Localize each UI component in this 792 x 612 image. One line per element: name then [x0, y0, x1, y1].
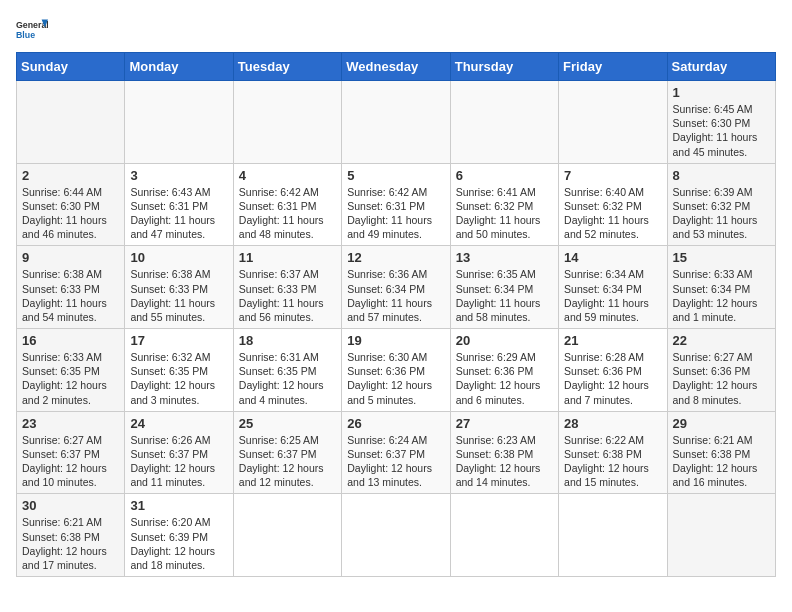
calendar-cell: [125, 81, 233, 164]
weekday-header-thursday: Thursday: [450, 53, 558, 81]
calendar-cell: 30Sunrise: 6:21 AMSunset: 6:38 PMDayligh…: [17, 494, 125, 577]
cell-content: Sunrise: 6:41 AMSunset: 6:32 PMDaylight:…: [456, 185, 553, 242]
calendar-week-6: 30Sunrise: 6:21 AMSunset: 6:38 PMDayligh…: [17, 494, 776, 577]
cell-content: Sunrise: 6:30 AMSunset: 6:36 PMDaylight:…: [347, 350, 444, 407]
calendar-cell: 17Sunrise: 6:32 AMSunset: 6:35 PMDayligh…: [125, 329, 233, 412]
calendar-cell: [559, 494, 667, 577]
day-number: 23: [22, 416, 119, 431]
calendar-cell: 12Sunrise: 6:36 AMSunset: 6:34 PMDayligh…: [342, 246, 450, 329]
day-number: 18: [239, 333, 336, 348]
svg-text:Blue: Blue: [16, 30, 35, 40]
cell-content: Sunrise: 6:36 AMSunset: 6:34 PMDaylight:…: [347, 267, 444, 324]
weekday-header-saturday: Saturday: [667, 53, 775, 81]
calendar-week-3: 9Sunrise: 6:38 AMSunset: 6:33 PMDaylight…: [17, 246, 776, 329]
calendar-cell: 20Sunrise: 6:29 AMSunset: 6:36 PMDayligh…: [450, 329, 558, 412]
day-number: 11: [239, 250, 336, 265]
day-number: 12: [347, 250, 444, 265]
day-number: 10: [130, 250, 227, 265]
calendar-cell: 14Sunrise: 6:34 AMSunset: 6:34 PMDayligh…: [559, 246, 667, 329]
cell-content: Sunrise: 6:27 AMSunset: 6:36 PMDaylight:…: [673, 350, 770, 407]
cell-content: Sunrise: 6:32 AMSunset: 6:35 PMDaylight:…: [130, 350, 227, 407]
page-header: General Blue: [16, 16, 776, 44]
calendar-cell: 29Sunrise: 6:21 AMSunset: 6:38 PMDayligh…: [667, 411, 775, 494]
calendar-cell: 7Sunrise: 6:40 AMSunset: 6:32 PMDaylight…: [559, 163, 667, 246]
day-number: 27: [456, 416, 553, 431]
calendar-table: SundayMondayTuesdayWednesdayThursdayFrid…: [16, 52, 776, 577]
calendar-cell: 8Sunrise: 6:39 AMSunset: 6:32 PMDaylight…: [667, 163, 775, 246]
day-number: 26: [347, 416, 444, 431]
cell-content: Sunrise: 6:33 AMSunset: 6:34 PMDaylight:…: [673, 267, 770, 324]
day-number: 24: [130, 416, 227, 431]
calendar-cell: [233, 81, 341, 164]
day-number: 8: [673, 168, 770, 183]
calendar-cell: 4Sunrise: 6:42 AMSunset: 6:31 PMDaylight…: [233, 163, 341, 246]
calendar-cell: 11Sunrise: 6:37 AMSunset: 6:33 PMDayligh…: [233, 246, 341, 329]
cell-content: Sunrise: 6:25 AMSunset: 6:37 PMDaylight:…: [239, 433, 336, 490]
calendar-cell: 3Sunrise: 6:43 AMSunset: 6:31 PMDaylight…: [125, 163, 233, 246]
calendar-cell: 31Sunrise: 6:20 AMSunset: 6:39 PMDayligh…: [125, 494, 233, 577]
weekday-header-monday: Monday: [125, 53, 233, 81]
calendar-cell: 2Sunrise: 6:44 AMSunset: 6:30 PMDaylight…: [17, 163, 125, 246]
day-number: 1: [673, 85, 770, 100]
weekday-header-tuesday: Tuesday: [233, 53, 341, 81]
calendar-cell: [17, 81, 125, 164]
cell-content: Sunrise: 6:28 AMSunset: 6:36 PMDaylight:…: [564, 350, 661, 407]
calendar-cell: 16Sunrise: 6:33 AMSunset: 6:35 PMDayligh…: [17, 329, 125, 412]
cell-content: Sunrise: 6:27 AMSunset: 6:37 PMDaylight:…: [22, 433, 119, 490]
calendar-cell: 15Sunrise: 6:33 AMSunset: 6:34 PMDayligh…: [667, 246, 775, 329]
day-number: 15: [673, 250, 770, 265]
logo: General Blue: [16, 16, 48, 44]
day-number: 6: [456, 168, 553, 183]
day-number: 16: [22, 333, 119, 348]
calendar-week-1: 1Sunrise: 6:45 AMSunset: 6:30 PMDaylight…: [17, 81, 776, 164]
cell-content: Sunrise: 6:38 AMSunset: 6:33 PMDaylight:…: [22, 267, 119, 324]
calendar-cell: 26Sunrise: 6:24 AMSunset: 6:37 PMDayligh…: [342, 411, 450, 494]
calendar-cell: 9Sunrise: 6:38 AMSunset: 6:33 PMDaylight…: [17, 246, 125, 329]
calendar-cell: 19Sunrise: 6:30 AMSunset: 6:36 PMDayligh…: [342, 329, 450, 412]
cell-content: Sunrise: 6:34 AMSunset: 6:34 PMDaylight:…: [564, 267, 661, 324]
cell-content: Sunrise: 6:45 AMSunset: 6:30 PMDaylight:…: [673, 102, 770, 159]
cell-content: Sunrise: 6:20 AMSunset: 6:39 PMDaylight:…: [130, 515, 227, 572]
cell-content: Sunrise: 6:37 AMSunset: 6:33 PMDaylight:…: [239, 267, 336, 324]
day-number: 7: [564, 168, 661, 183]
calendar-cell: 22Sunrise: 6:27 AMSunset: 6:36 PMDayligh…: [667, 329, 775, 412]
day-number: 5: [347, 168, 444, 183]
cell-content: Sunrise: 6:29 AMSunset: 6:36 PMDaylight:…: [456, 350, 553, 407]
calendar-cell: 6Sunrise: 6:41 AMSunset: 6:32 PMDaylight…: [450, 163, 558, 246]
calendar-week-2: 2Sunrise: 6:44 AMSunset: 6:30 PMDaylight…: [17, 163, 776, 246]
calendar-cell: 1Sunrise: 6:45 AMSunset: 6:30 PMDaylight…: [667, 81, 775, 164]
calendar-cell: 25Sunrise: 6:25 AMSunset: 6:37 PMDayligh…: [233, 411, 341, 494]
calendar-cell: [342, 494, 450, 577]
day-number: 3: [130, 168, 227, 183]
generalblue-logo-icon: General Blue: [16, 16, 48, 44]
calendar-cell: [450, 81, 558, 164]
cell-content: Sunrise: 6:38 AMSunset: 6:33 PMDaylight:…: [130, 267, 227, 324]
day-number: 14: [564, 250, 661, 265]
day-number: 31: [130, 498, 227, 513]
calendar-cell: 13Sunrise: 6:35 AMSunset: 6:34 PMDayligh…: [450, 246, 558, 329]
calendar-cell: 10Sunrise: 6:38 AMSunset: 6:33 PMDayligh…: [125, 246, 233, 329]
calendar-cell: 18Sunrise: 6:31 AMSunset: 6:35 PMDayligh…: [233, 329, 341, 412]
day-number: 22: [673, 333, 770, 348]
calendar-cell: 23Sunrise: 6:27 AMSunset: 6:37 PMDayligh…: [17, 411, 125, 494]
cell-content: Sunrise: 6:39 AMSunset: 6:32 PMDaylight:…: [673, 185, 770, 242]
day-number: 29: [673, 416, 770, 431]
day-number: 30: [22, 498, 119, 513]
cell-content: Sunrise: 6:23 AMSunset: 6:38 PMDaylight:…: [456, 433, 553, 490]
day-number: 2: [22, 168, 119, 183]
weekday-header-friday: Friday: [559, 53, 667, 81]
cell-content: Sunrise: 6:43 AMSunset: 6:31 PMDaylight:…: [130, 185, 227, 242]
cell-content: Sunrise: 6:22 AMSunset: 6:38 PMDaylight:…: [564, 433, 661, 490]
cell-content: Sunrise: 6:42 AMSunset: 6:31 PMDaylight:…: [347, 185, 444, 242]
calendar-cell: 24Sunrise: 6:26 AMSunset: 6:37 PMDayligh…: [125, 411, 233, 494]
cell-content: Sunrise: 6:31 AMSunset: 6:35 PMDaylight:…: [239, 350, 336, 407]
cell-content: Sunrise: 6:44 AMSunset: 6:30 PMDaylight:…: [22, 185, 119, 242]
cell-content: Sunrise: 6:42 AMSunset: 6:31 PMDaylight:…: [239, 185, 336, 242]
cell-content: Sunrise: 6:24 AMSunset: 6:37 PMDaylight:…: [347, 433, 444, 490]
day-number: 20: [456, 333, 553, 348]
calendar-cell: 27Sunrise: 6:23 AMSunset: 6:38 PMDayligh…: [450, 411, 558, 494]
calendar-cell: [559, 81, 667, 164]
day-number: 28: [564, 416, 661, 431]
calendar-cell: [233, 494, 341, 577]
cell-content: Sunrise: 6:33 AMSunset: 6:35 PMDaylight:…: [22, 350, 119, 407]
